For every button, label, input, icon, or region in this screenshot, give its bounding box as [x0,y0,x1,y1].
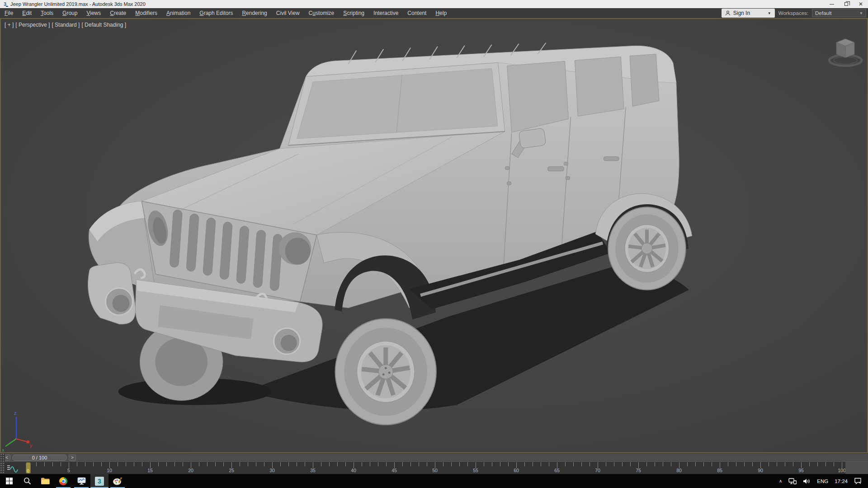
ruler-tick [492,462,492,466]
track-bar[interactable]: 5101520253035404550556065707580859095100… [0,461,868,474]
ruler-tick-label: 5 [62,468,75,473]
menu-views[interactable]: Views [82,8,105,18]
ruler-tick-label: 40 [347,468,360,473]
3ds-max-window: 3 Jeep Wrangler Unlimited 2019.max - Aut… [0,0,868,488]
viewcube[interactable]: LEFT FRONT [829,19,862,170]
ruler-tick [427,462,427,466]
windows-start-icon [6,478,13,484]
menu-content[interactable]: Content [403,8,431,18]
axis-z-label: z [14,410,16,416]
workspaces-dropdown[interactable]: Default ▼ [812,9,866,17]
title-bar: 3 Jeep Wrangler Unlimited 2019.max - Aut… [0,0,868,8]
ruler-tick [834,462,834,466]
viewcube-left-label: LEFT [839,167,845,170]
tray-clock[interactable]: 17:24 [835,479,848,484]
ruler-tick [565,462,566,466]
ruler-tick-label: 60 [509,468,523,473]
ruler-tick [207,462,208,466]
menu-create[interactable]: Create [105,8,131,18]
taskbar-item-3ds-max[interactable]: 3 [90,474,108,488]
ruler-tick [61,462,61,466]
mini-curve-editor-button[interactable] [7,464,19,473]
network-icon[interactable] [788,478,797,484]
menu-modifiers[interactable]: Modifiers [131,8,162,18]
ruler-overflow-area [845,462,868,474]
ruler-tick [590,462,590,466]
sign-in-button[interactable]: Sign In ▼ [722,9,775,18]
action-center-icon[interactable] [854,478,862,484]
ruler-tick [410,462,411,466]
ruler-tick [44,462,45,466]
viewport-menu-plus[interactable]: [ + ] [5,22,14,28]
ruler-tick [142,462,142,466]
world-axis-icon: z x y [2,410,33,452]
menu-interactive[interactable]: Interactive [369,8,403,18]
menu-graph-editors[interactable]: Graph Editors [195,8,237,18]
taskbar-item-start[interactable] [0,474,18,488]
menu-scripting[interactable]: Scripting [339,8,369,18]
volume-icon[interactable] [803,478,811,484]
ruler-tick [573,462,574,466]
viewport-label: [ + ][ Perspective ][ Standard ][ Defaul… [5,22,126,28]
viewport-scene[interactable]: LEFT FRONT z x y [1,19,867,452]
perspective-viewport[interactable]: [ + ][ Perspective ][ Standard ][ Defaul… [0,18,868,453]
workspace-value: Default [815,10,831,16]
taskbar-item-paint-app[interactable] [108,474,127,488]
menu-help[interactable]: Help [431,8,451,18]
restore-button[interactable] [839,0,854,8]
menu-file[interactable]: File [0,8,18,18]
menu-civil-view[interactable]: Civil View [272,8,304,18]
ruler-tick [215,462,216,466]
time-slider-handle[interactable]: 0 / 100 [12,455,67,461]
timeline-grip[interactable] [0,453,5,474]
menu-rendering[interactable]: Rendering [237,8,271,18]
menu-animation[interactable]: Animation [162,8,195,18]
ruler-tick [736,462,736,466]
ruler-tick [451,462,452,466]
ruler-tick [248,462,248,466]
ruler-tick [419,462,419,466]
hidden-icons-chevron[interactable]: ∧ [779,479,782,483]
menu-edit[interactable]: Edit [18,8,36,18]
viewport-standard-label[interactable]: [ Standard ] [52,22,80,28]
ruler-tick [77,462,77,466]
tray-language[interactable]: ENG [817,479,828,484]
rear-left-wheel [608,207,686,290]
next-frame-button[interactable]: > [69,455,76,461]
taskbar-item-search[interactable] [18,474,36,488]
taskbar-item-monitor-graph-app[interactable] [72,474,90,488]
ruler-tick [297,462,297,466]
ruler-tick [264,462,264,466]
ruler-tick [826,462,826,466]
menu-customize[interactable]: Customize [304,8,339,18]
close-button[interactable]: ✕ [854,0,868,8]
menu-group[interactable]: Group [58,8,82,18]
taskbar-item-file-explorer[interactable] [36,474,54,488]
ruler-tick [614,462,614,466]
ruler-tick [329,462,330,466]
ruler-tick-label: 20 [184,468,198,473]
ruler-tick [777,462,777,466]
time-slider[interactable]: < 0 / 100 > [0,453,868,461]
ruler-tick [305,462,305,466]
menu-tools[interactable]: Tools [36,8,58,18]
ruler-tick [630,462,631,466]
taskbar-item-chrome[interactable] [54,474,72,488]
ruler-tick-label: 10 [103,468,116,473]
ruler-tick [646,462,647,466]
3ds-max-icon: 3 [95,477,104,486]
chrome-icon [59,477,67,485]
jeep-wrangler-model[interactable] [88,43,692,425]
ruler-tick [166,462,167,466]
viewport-shading-label[interactable]: [ Default Shading ] [81,22,126,28]
current-frame-marker[interactable]: 0 [26,462,31,474]
ruler-tick-label: 85 [713,468,726,473]
ruler-tick [386,462,387,466]
ruler-tick-label: 90 [754,468,767,473]
monitor-graph-icon [77,477,86,485]
viewport-pov-label[interactable]: [ Perspective ] [15,22,50,28]
menu-bar: FileEditToolsGroupViewsCreateModifiersAn… [0,8,868,18]
minimize-button[interactable] [825,0,839,8]
ruler-tick [378,462,378,466]
user-icon [725,10,731,16]
